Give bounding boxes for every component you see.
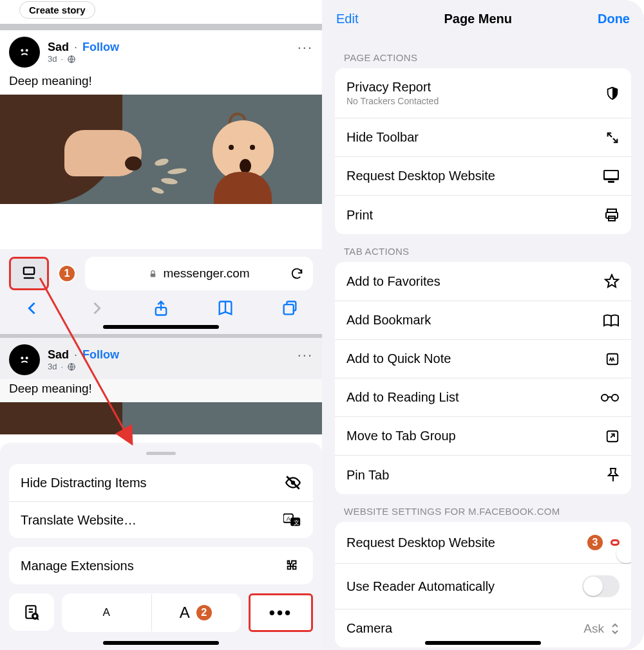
add-quicknote-row[interactable]: Add to Quick Note (335, 339, 631, 378)
section-tab-actions: TAB ACTIONS (322, 234, 644, 262)
shield-icon (605, 86, 620, 101)
sheet-grabber[interactable] (146, 452, 176, 455)
svg-point-0 (21, 50, 23, 51)
hide-distracting-items[interactable]: Hide Distracting Items (9, 464, 313, 501)
privacy-report-row[interactable]: Privacy Report No Trackers Contacted (335, 68, 631, 118)
printer-icon (604, 207, 620, 223)
follow-link[interactable]: Follow (82, 41, 119, 54)
feed-post: Sad · Follow 3d · ··· Deep meaning! (0, 338, 322, 434)
feed-post: Sad · Follow 3d · ··· Deep meaning! (0, 30, 322, 249)
row-label: Add to Favorites (346, 274, 440, 289)
svg-point-10 (26, 357, 28, 358)
text-smaller-button[interactable]: A (62, 594, 151, 631)
home-indicator (103, 641, 219, 645)
row-label: Request Desktop Website (346, 169, 495, 183)
post-image[interactable] (0, 95, 322, 204)
row-label: Camera (346, 621, 392, 636)
avatar[interactable] (9, 344, 40, 375)
dot: · (74, 41, 77, 54)
section-page-actions: PAGE ACTIONS (322, 41, 644, 68)
share-button[interactable] (152, 299, 170, 317)
create-story-chip[interactable]: Create story (19, 1, 95, 19)
quicknote-icon (605, 352, 620, 366)
svg-rect-29 (608, 181, 614, 183)
dot: · (61, 54, 63, 64)
svg-line-23 (37, 618, 39, 620)
sheet-header: Edit Page Menu Done (322, 0, 644, 41)
annotation-badge-1: 1 (58, 265, 76, 283)
row-label: Print (346, 208, 373, 223)
page-title: Page Menu (444, 12, 512, 26)
safari-bottom-bar: 1 messenger.com (0, 249, 322, 334)
row-label: Add to Quick Note (346, 351, 451, 366)
bookmarks-button[interactable] (216, 299, 234, 317)
back-button[interactable] (23, 299, 41, 317)
more-button[interactable]: ••• (249, 593, 313, 632)
toggle-switch[interactable] (582, 575, 620, 597)
globe-icon (67, 55, 76, 64)
hide-toolbar-row[interactable]: Hide Toolbar (335, 118, 631, 156)
post-author[interactable]: Sad (48, 348, 69, 362)
add-favorites-row[interactable]: Add to Favorites (335, 262, 631, 301)
svg-rect-5 (151, 273, 156, 277)
move-tabgroup-row[interactable]: Move to Tab Group (335, 416, 631, 455)
left-screenshot: Create story Sad · Follow 3d · ··· (0, 0, 322, 650)
post-more-button[interactable]: ··· (298, 39, 313, 56)
add-readinglist-row[interactable]: Add to Reading List (335, 378, 631, 416)
edit-button[interactable]: Edit (336, 12, 358, 26)
print-row[interactable]: Print (335, 195, 631, 234)
url-text: messenger.com (163, 266, 249, 281)
text-larger-button[interactable]: A 2 (151, 594, 242, 631)
star-icon (604, 274, 620, 289)
svg-rect-31 (606, 212, 618, 218)
post-image[interactable] (0, 402, 322, 434)
svg-text:A: A (287, 515, 291, 522)
avatar[interactable] (9, 37, 40, 68)
follow-link[interactable]: Follow (82, 348, 119, 362)
chevron-updown-icon (611, 623, 620, 635)
row-label: Hide Distracting Items (21, 476, 147, 490)
post-author[interactable]: Sad (48, 41, 69, 54)
pin-tab-row[interactable]: Pin Tab (335, 455, 631, 494)
reader-mode-button[interactable] (9, 593, 54, 631)
svg-marker-33 (605, 275, 618, 287)
post-text: Deep meaning! (0, 71, 322, 95)
reader-auto-toggle-row[interactable]: Use Reader Automatically (335, 563, 631, 609)
post-more-button[interactable]: ··· (298, 347, 313, 364)
svg-rect-8 (284, 304, 294, 314)
pin-icon (607, 467, 620, 483)
setting-value: Ask (583, 622, 604, 636)
request-desktop-toggle-row[interactable]: Request Desktop Website 3 (335, 522, 631, 563)
puzzle-icon (285, 557, 301, 574)
globe-icon (67, 362, 76, 371)
row-label: Hide Toolbar (346, 130, 419, 145)
feed-separator (0, 24, 322, 30)
annotation-highlight (611, 539, 620, 546)
request-desktop-row[interactable]: Request Desktop Website (335, 156, 631, 195)
tabs-button[interactable] (281, 299, 299, 317)
add-bookmark-row[interactable]: Add Bookmark (335, 301, 631, 339)
manage-extensions[interactable]: Manage Extensions (9, 547, 313, 584)
svg-rect-3 (24, 268, 34, 275)
text-size-control[interactable]: A A 2 (62, 593, 241, 632)
row-sublabel: No Trackers Contacted (346, 96, 439, 106)
post-age: 3d (48, 362, 57, 371)
address-bar[interactable]: messenger.com (85, 257, 313, 290)
translate-website[interactable]: Translate Website… A文 (9, 501, 313, 538)
translate-icon: A文 (283, 512, 301, 528)
done-button[interactable]: Done (598, 12, 630, 26)
row-label: Request Desktop Website (346, 535, 495, 550)
svg-text:文: 文 (294, 519, 299, 526)
book-icon (603, 313, 620, 328)
reload-button[interactable] (290, 266, 304, 281)
row-label: Use Reader Automatically (346, 579, 495, 594)
section-website-settings: WEBSITE SETTINGS FOR M.FACEBOOK.COM (322, 494, 644, 522)
home-indicator (425, 641, 541, 645)
glasses-icon (600, 393, 620, 403)
home-indicator (103, 325, 219, 329)
svg-rect-28 (605, 171, 618, 178)
page-settings-button[interactable] (9, 257, 49, 290)
row-label: Manage Extensions (21, 559, 134, 573)
row-label: Privacy Report (346, 80, 439, 95)
svg-point-1 (26, 50, 28, 51)
